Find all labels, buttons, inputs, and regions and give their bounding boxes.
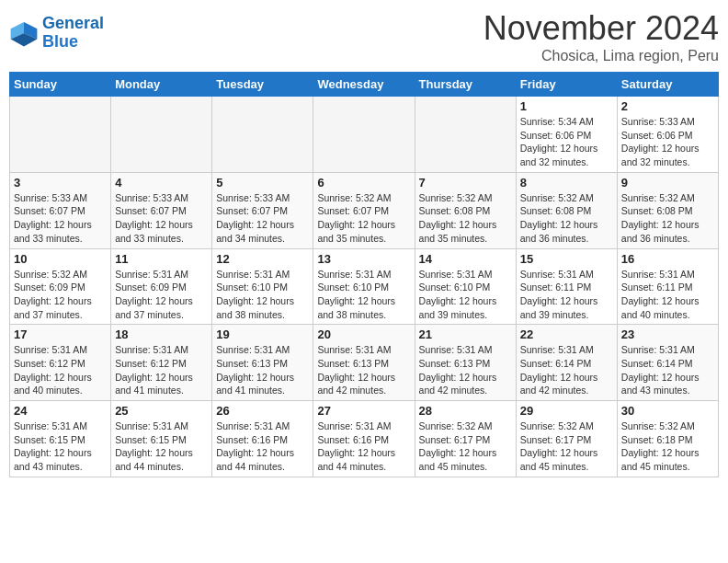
sunrise-value: 5:31 AM [356,420,392,431]
daylight-label: Daylight: [115,372,153,383]
day-number: 12 [216,252,309,266]
sunset-label: Sunset: [216,358,249,369]
calendar-cell: 30Sunrise: 5:32 AMSunset: 6:18 PMDayligh… [617,401,718,477]
sunset-label: Sunset: [520,434,553,445]
sunrise-label: Sunrise: [621,344,657,355]
sunrise-label: Sunrise: [419,420,455,431]
daylight-label: Daylight: [14,447,51,458]
calendar-cell: 22Sunrise: 5:31 AMSunset: 6:14 PMDayligh… [516,325,617,401]
sunrise-value: 5:31 AM [154,344,189,355]
day-info: Sunrise: 5:31 AMSunset: 6:16 PMDaylight:… [317,419,410,474]
sunrise-label: Sunrise: [520,116,556,127]
sunset-label: Sunset: [317,282,350,293]
day-number: 13 [317,252,410,266]
daylight-label: Daylight: [621,447,659,458]
sunset-value: 6:16 PM [353,434,389,445]
sunset-label: Sunset: [115,434,148,445]
sunset-label: Sunset: [621,282,654,293]
daylight-label: Daylight: [419,295,457,306]
weekday-header-tuesday: Tuesday [212,73,313,97]
daylight-label: Daylight: [520,295,558,306]
sunset-value: 6:17 PM [555,434,591,445]
day-number: 14 [419,252,512,266]
sunrise-label: Sunrise: [115,269,151,280]
daylight-label: Daylight: [14,372,51,383]
day-info: Sunrise: 5:33 AMSunset: 6:07 PMDaylight:… [115,191,208,246]
day-info: Sunrise: 5:31 AMSunset: 6:12 PMDaylight:… [115,343,208,397]
sunset-label: Sunset: [317,434,350,445]
sunrise-label: Sunrise: [14,344,50,355]
sunset-label: Sunset: [520,205,553,216]
sunrise-label: Sunrise: [14,192,50,203]
weekday-header-wednesday: Wednesday [313,73,415,97]
daylight-label: Daylight: [520,447,558,458]
calendar-cell: 5Sunrise: 5:33 AMSunset: 6:07 PMDaylight… [212,172,313,248]
day-number: 10 [14,252,107,266]
sunrise-label: Sunrise: [520,420,556,431]
day-number: 1 [520,99,613,113]
sunrise-label: Sunrise: [419,344,455,355]
sunrise-label: Sunrise: [621,116,657,127]
calendar-cell: 13Sunrise: 5:31 AMSunset: 6:10 PMDayligh… [313,248,415,325]
calendar-cell: 18Sunrise: 5:31 AMSunset: 6:12 PMDayligh… [111,325,212,401]
daylight-label: Daylight: [520,372,558,383]
day-info: Sunrise: 5:32 AMSunset: 6:17 PMDaylight:… [520,419,613,474]
logo-text: General Blue [42,15,104,52]
sunrise-value: 5:31 AM [659,344,695,355]
day-number: 24 [14,404,107,418]
day-number: 30 [621,404,714,418]
sunrise-value: 5:33 AM [51,192,87,203]
day-number: 19 [216,327,309,341]
calendar-cell: 2Sunrise: 5:33 AMSunset: 6:06 PMDaylight… [617,97,718,173]
sunset-label: Sunset: [317,205,350,216]
sunset-label: Sunset: [419,434,452,445]
day-number: 28 [419,404,512,418]
sunrise-value: 5:33 AM [255,192,290,203]
calendar-cell: 25Sunrise: 5:31 AMSunset: 6:15 PMDayligh… [111,401,212,477]
sunrise-label: Sunrise: [621,420,657,431]
daylight-label: Daylight: [621,219,659,230]
day-number: 26 [216,404,309,418]
sunset-value: 6:10 PM [454,282,490,293]
calendar-cell [313,97,415,173]
sunrise-label: Sunrise: [317,344,353,355]
sunset-label: Sunset: [520,282,553,293]
sunrise-value: 5:31 AM [558,269,594,280]
calendar-cell: 26Sunrise: 5:31 AMSunset: 6:16 PMDayligh… [212,401,313,477]
daylight-label: Daylight: [419,447,457,458]
sunset-label: Sunset: [520,130,553,141]
calendar-cell: 27Sunrise: 5:31 AMSunset: 6:16 PMDayligh… [313,401,415,477]
sunset-label: Sunset: [115,205,148,216]
day-info: Sunrise: 5:31 AMSunset: 6:11 PMDaylight:… [520,268,613,322]
calendar: SundayMondayTuesdayWednesdayThursdayFrid… [9,72,719,477]
calendar-week-4: 17Sunrise: 5:31 AMSunset: 6:12 PMDayligh… [10,325,719,401]
sunrise-label: Sunrise: [621,269,657,280]
day-info: Sunrise: 5:32 AMSunset: 6:08 PMDaylight:… [419,191,512,246]
day-info: Sunrise: 5:31 AMSunset: 6:14 PMDaylight:… [520,343,613,397]
day-number: 6 [317,176,410,190]
sunset-label: Sunset: [216,282,249,293]
sunset-value: 6:13 PM [252,358,288,369]
sunrise-label: Sunrise: [115,192,151,203]
calendar-cell: 12Sunrise: 5:31 AMSunset: 6:10 PMDayligh… [212,248,313,325]
sunrise-value: 5:31 AM [255,269,290,280]
sunset-value: 6:16 PM [252,434,288,445]
calendar-cell: 6Sunrise: 5:32 AMSunset: 6:07 PMDaylight… [313,172,415,248]
sunrise-label: Sunrise: [621,192,657,203]
sunrise-label: Sunrise: [317,420,353,431]
calendar-cell: 8Sunrise: 5:32 AMSunset: 6:08 PMDaylight… [516,172,617,248]
sunset-value: 6:06 PM [656,130,692,141]
calendar-cell: 15Sunrise: 5:31 AMSunset: 6:11 PMDayligh… [516,248,617,325]
sunset-value: 6:17 PM [454,434,490,445]
sunset-label: Sunset: [621,130,654,141]
sunset-value: 6:12 PM [50,358,85,369]
sunrise-value: 5:32 AM [558,420,594,431]
calendar-cell: 10Sunrise: 5:32 AMSunset: 6:09 PMDayligh… [10,248,111,325]
daylight-label: Daylight: [621,143,659,154]
calendar-cell [111,97,212,173]
calendar-cell: 16Sunrise: 5:31 AMSunset: 6:11 PMDayligh… [617,248,718,325]
day-info: Sunrise: 5:32 AMSunset: 6:17 PMDaylight:… [419,419,512,474]
calendar-cell: 9Sunrise: 5:32 AMSunset: 6:08 PMDaylight… [617,172,718,248]
calendar-week-2: 3Sunrise: 5:33 AMSunset: 6:07 PMDaylight… [10,172,719,248]
day-info: Sunrise: 5:31 AMSunset: 6:11 PMDaylight:… [621,268,714,322]
